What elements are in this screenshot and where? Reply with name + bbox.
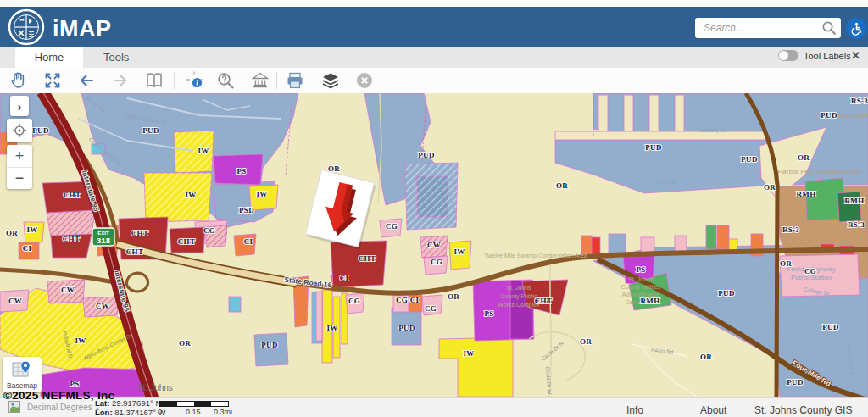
scale-bar	[159, 401, 229, 407]
print-icon[interactable]	[285, 70, 305, 91]
svg-text:OR: OR	[764, 183, 776, 192]
scale-start: 0	[158, 408, 162, 416]
bookmarks-icon[interactable]	[144, 70, 164, 91]
svg-text:CG: CG	[425, 304, 437, 313]
svg-text:OR: OR	[780, 259, 792, 268]
svg-text:CW: CW	[427, 241, 441, 249]
government-services-icon[interactable]	[250, 70, 270, 91]
map-toolbar	[0, 68, 868, 94]
coordinate-widget-icon[interactable]	[8, 401, 20, 413]
coordinate-format-dropdown[interactable]: Decimal Degrees ▲	[27, 403, 100, 412]
svg-text:IW: IW	[453, 247, 465, 256]
next-extent-icon[interactable]	[110, 70, 131, 91]
svg-text:St. Johns: St. Johns	[137, 383, 173, 392]
svg-text:RMH: RMH	[641, 297, 660, 305]
map-canvas[interactable]: EXIT 318 Twelve Mile Swamp Conservation …	[0, 93, 868, 397]
identify-icon[interactable]	[185, 70, 205, 91]
tab-bar: Home Tools Tool Labels ✕	[0, 47, 868, 69]
tool-labels-label: Tool Labels	[804, 51, 851, 61]
pan-hand-icon[interactable]	[8, 70, 29, 91]
find-icon[interactable]	[215, 70, 236, 91]
svg-text:OR: OR	[6, 229, 18, 237]
svg-text:PUD: PUD	[645, 143, 662, 152]
svg-text:CG: CG	[431, 258, 442, 266]
svg-text:CW: CW	[61, 286, 75, 294]
svg-text:IW: IW	[463, 349, 474, 358]
svg-text:PS: PS	[70, 380, 79, 388]
zoom-out-button[interactable]: −	[7, 168, 32, 189]
svg-text:PUD: PUD	[418, 151, 435, 159]
svg-text:PUD: PUD	[741, 155, 758, 164]
zoom-control: + −	[7, 145, 32, 189]
svg-text:CHT: CHT	[64, 191, 81, 199]
svg-text:First Coast: First Coast	[837, 112, 868, 120]
svg-text:CHT: CHT	[535, 297, 552, 305]
svg-text:Twelve Mile Swamp Conservation: Twelve Mile Swamp Conservation Area	[484, 253, 587, 259]
svg-text:PUD: PUD	[821, 111, 837, 120]
svg-text:CI: CI	[340, 274, 349, 282]
header-bar: iMAP	[0, 7, 868, 47]
svg-text:318: 318	[97, 236, 110, 245]
footer-link-info[interactable]: Info	[626, 404, 643, 416]
previous-extent-icon[interactable]	[76, 70, 97, 91]
svg-text:IW: IW	[256, 190, 267, 198]
search-input[interactable]	[702, 21, 821, 35]
svg-text:CW: CW	[96, 302, 109, 310]
svg-text:CI: CI	[244, 237, 253, 246]
layers-icon[interactable]	[320, 70, 341, 91]
footer-link-sjc-gis[interactable]: St. Johns County GIS	[754, 404, 852, 416]
svg-text:PUD: PUD	[398, 324, 415, 332]
clear-selection-icon[interactable]	[354, 70, 375, 91]
svg-text:CG: CG	[804, 267, 816, 275]
svg-text:CHT: CHT	[359, 254, 376, 263]
basemap-button[interactable]: Basemap	[3, 357, 42, 392]
svg-text:St. Johns: St. Johns	[628, 276, 654, 282]
svg-text:PS: PS	[484, 309, 493, 318]
footer-link-about[interactable]: About	[700, 404, 726, 416]
svg-text:OR: OR	[556, 181, 568, 190]
toolbar-divider	[276, 72, 277, 89]
zoom-in-button[interactable]: +	[7, 145, 32, 168]
locate-button[interactable]	[7, 119, 32, 142]
svg-text:OR: OR	[580, 337, 592, 346]
svg-text:CHT: CHT	[131, 229, 148, 237]
svg-text:CG: CG	[203, 226, 215, 235]
svg-text:PUD: PUD	[822, 323, 839, 331]
svg-text:IW: IW	[75, 336, 86, 345]
svg-text:OR: OR	[700, 353, 712, 361]
svg-text:PUD: PUD	[32, 126, 49, 135]
svg-text:CG: CG	[348, 297, 360, 305]
tool-labels-toggle[interactable]	[778, 50, 798, 61]
svg-text:RMH: RMH	[797, 190, 816, 198]
zoom-full-extent-icon[interactable]	[42, 70, 63, 91]
close-icon[interactable]: ✕	[851, 49, 860, 62]
search-box[interactable]	[695, 18, 841, 38]
svg-text:St. Johns: St. Johns	[506, 285, 531, 291]
svg-text:OR: OR	[448, 292, 459, 301]
svg-text:PUD: PUD	[787, 378, 804, 386]
search-icon[interactable]	[821, 20, 837, 36]
tab-tools[interactable]: Tools	[92, 47, 141, 68]
app-title: iMAP	[53, 16, 112, 42]
svg-text:IW: IW	[185, 191, 196, 199]
svg-text:CG: CG	[386, 222, 398, 231]
scale-end: 0.3mi	[214, 408, 232, 416]
mls-watermark: ©2025 NEFMLS, Inc	[3, 389, 114, 402]
svg-text:RS-3: RS-3	[848, 220, 865, 229]
svg-text:PS: PS	[236, 167, 246, 175]
svg-text:Ocale Ct: Ocale Ct	[654, 179, 676, 185]
svg-text:CHT: CHT	[178, 237, 195, 246]
svg-text:CG: CG	[396, 296, 408, 304]
expand-panel-button[interactable]: ›	[10, 96, 29, 116]
svg-text:IW: IW	[198, 147, 209, 155]
locate-icon	[12, 123, 27, 138]
svg-text:CW: CW	[8, 297, 22, 305]
svg-text:County Public: County Public	[500, 293, 537, 300]
svg-text:CI: CI	[23, 244, 32, 253]
svg-text:IW: IW	[326, 324, 337, 332]
county-seal-logo	[8, 8, 45, 46]
accessibility-button[interactable]	[846, 18, 867, 39]
svg-text:CHT: CHT	[126, 247, 143, 256]
svg-text:PUD: PUD	[718, 289, 735, 297]
tab-home[interactable]: Home	[15, 47, 83, 68]
